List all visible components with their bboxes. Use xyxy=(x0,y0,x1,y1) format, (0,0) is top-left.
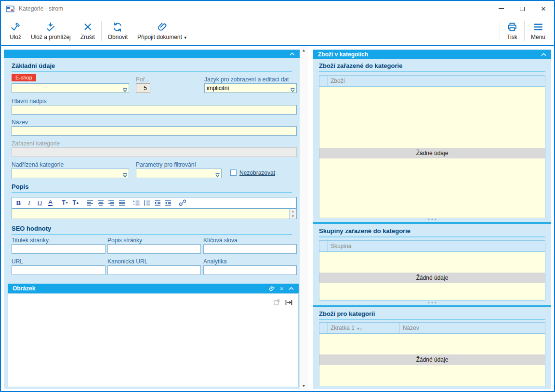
scroll-up-icon[interactable]: ▲ xyxy=(290,209,296,214)
cancel-x-icon xyxy=(82,22,93,32)
seo-canonical-label: Kanonická URL xyxy=(107,258,147,265)
hyperlink-icon xyxy=(179,199,186,206)
font-size-decrease-button[interactable]: T▾ xyxy=(60,198,70,208)
close-button[interactable]: ✕ xyxy=(533,1,554,16)
group-column-header[interactable]: Skupina xyxy=(328,241,351,251)
description-textarea[interactable]: ▲ ▼ xyxy=(12,209,297,219)
refresh-button[interactable]: Obnovit xyxy=(103,16,132,45)
window: Kategorie - strom ✕ Ulož Ulož a prohlíže… xyxy=(0,0,555,392)
rich-text-toolbar: B I U A T▾ T▴ xyxy=(12,197,297,209)
related-goods-panel-header[interactable]: Zboží v kategoiích xyxy=(313,50,551,59)
image-section-title: Obrázek xyxy=(13,285,35,292)
toolbar-right: Tisk Menu xyxy=(498,16,550,45)
parent-category-input[interactable] xyxy=(12,169,129,178)
name-input[interactable] xyxy=(12,126,297,136)
underline-button[interactable]: U xyxy=(35,198,45,208)
hyperlink-button[interactable] xyxy=(177,198,187,208)
menu-button[interactable]: Menu xyxy=(526,16,550,45)
splitter-handle[interactable] xyxy=(428,219,436,220)
image-section-header[interactable]: Obrázek ✕ xyxy=(8,284,299,293)
outdent-button[interactable] xyxy=(152,198,162,208)
seo-keywords-input[interactable] xyxy=(203,244,297,254)
collapse-image-section-icon[interactable] xyxy=(289,287,294,290)
app-icon xyxy=(6,5,14,13)
seo-canonical-input[interactable] xyxy=(107,265,201,275)
basic-section-title: Základní údaje xyxy=(12,62,292,72)
collapse-panel-icon[interactable] xyxy=(541,53,546,56)
eshop-combo[interactable] xyxy=(12,83,129,93)
save-button[interactable]: Ulož xyxy=(5,16,26,45)
goods-for-category-table[interactable]: Zkratka 1 ▲ 1 Název Žádné údaje xyxy=(319,322,545,386)
align-left-icon xyxy=(87,200,93,206)
order-input[interactable] xyxy=(136,83,150,93)
window-title: Kategorie - strom xyxy=(19,5,63,12)
seo-analytics-label: Analytika xyxy=(203,258,227,265)
font-color-button[interactable]: A xyxy=(45,198,55,208)
maximize-button[interactable] xyxy=(512,1,533,16)
fit-width-icon[interactable] xyxy=(285,299,292,307)
groups-in-category-title: Skupiny zařazené do kategorie xyxy=(319,227,545,237)
ordered-list-button[interactable] xyxy=(131,198,141,208)
main-heading-input[interactable] xyxy=(12,105,297,115)
hide-checkbox[interactable] xyxy=(230,170,237,176)
language-combo[interactable] xyxy=(204,83,297,93)
toolbar: Ulož Ulož a prohlížej Zrušit Obnovit xyxy=(1,16,554,46)
groups-table-header: Skupina xyxy=(319,241,545,252)
language-input[interactable] xyxy=(204,83,297,93)
seo-title-input[interactable] xyxy=(12,244,106,254)
print-button[interactable]: Tisk xyxy=(502,16,523,45)
indent-icon xyxy=(165,200,172,206)
bold-button[interactable]: B xyxy=(13,198,24,208)
parent-category-combo[interactable] xyxy=(12,169,129,178)
name-column-header[interactable]: Název xyxy=(400,323,545,333)
toolbar-separator xyxy=(524,21,525,41)
save-and-view-button[interactable]: Ulož a prohlížej xyxy=(26,16,76,45)
row-selector-column xyxy=(319,241,328,251)
category-detail-panel: Základní údaje E-shop Poř... Jazyk pro z… xyxy=(4,50,300,389)
bullet-list-button[interactable] xyxy=(142,198,152,208)
font-size-increase-button[interactable]: T▴ xyxy=(70,198,80,208)
horizontal-splitter[interactable] xyxy=(313,222,551,224)
filter-parameters-input[interactable] xyxy=(136,169,222,178)
minimize-button[interactable] xyxy=(490,1,512,16)
image-preview-area[interactable] xyxy=(8,293,299,387)
collapse-panel-icon[interactable] xyxy=(290,52,295,55)
description-scroll[interactable]: ▲ ▼ xyxy=(289,209,296,219)
goods-in-category-table[interactable]: Zboží Žádné údaje xyxy=(319,75,545,218)
attach-document-button[interactable]: Připojit dokument▼ xyxy=(132,16,192,45)
italic-button[interactable]: I xyxy=(24,198,34,208)
shortcut-column-header[interactable]: Zkratka 1 ▲ 1 xyxy=(328,323,400,333)
align-justify-button[interactable] xyxy=(117,198,127,208)
align-right-button[interactable] xyxy=(106,198,116,208)
splitter-handle[interactable] xyxy=(428,302,436,303)
seo-keywords-label: Klíčová slova xyxy=(203,237,238,244)
scroll-down-icon[interactable]: ▼ xyxy=(290,214,296,219)
open-image-icon[interactable] xyxy=(274,299,280,307)
align-justify-icon xyxy=(119,200,125,206)
seo-description-input[interactable] xyxy=(107,244,201,254)
row-selector-column xyxy=(319,76,328,86)
align-center-button[interactable] xyxy=(95,198,106,208)
clear-image-icon[interactable]: ✕ xyxy=(280,286,284,291)
vertical-scrollbar[interactable]: ▲ ▼ xyxy=(300,46,308,390)
language-label: Jazyk pro zobrazení a editaci dat xyxy=(204,76,289,83)
eshop-input[interactable] xyxy=(12,83,129,93)
groups-in-category-table[interactable]: Skupina Žádné údaje xyxy=(319,240,545,301)
goods-column-header[interactable]: Zboží xyxy=(328,76,345,86)
empty-data-row: Žádné údaje xyxy=(319,273,545,283)
indent-button[interactable] xyxy=(163,198,173,208)
scrollbar-up-button[interactable]: ▲ xyxy=(300,46,308,54)
seo-url-input[interactable] xyxy=(12,265,106,275)
seo-section-title: SEO hodnoty xyxy=(12,225,292,235)
cancel-button[interactable]: Zrušit xyxy=(76,16,100,45)
scrollbar-down-button[interactable]: ▼ xyxy=(300,382,308,390)
hide-checkbox-label[interactable]: Nezobrazovat xyxy=(239,170,275,176)
save-label: Ulož xyxy=(10,34,21,40)
horizontal-splitter[interactable] xyxy=(313,305,551,307)
align-left-button[interactable] xyxy=(85,198,95,208)
seo-analytics-input[interactable] xyxy=(203,265,297,275)
detail-panel-header[interactable] xyxy=(4,50,300,58)
attach-image-icon[interactable] xyxy=(269,286,275,292)
window-controls: ✕ xyxy=(490,1,554,16)
filter-parameters-combo[interactable] xyxy=(136,169,222,178)
